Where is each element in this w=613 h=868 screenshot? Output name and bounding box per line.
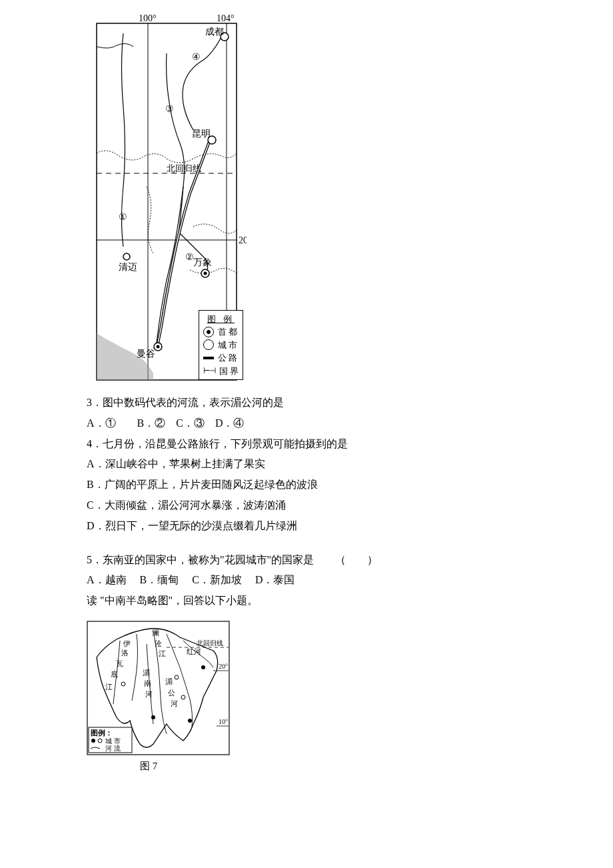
city-symbol-icon (203, 339, 214, 350)
legend-title: 图 例 (203, 313, 239, 326)
m2-lat20: 20° (219, 663, 228, 670)
question-5-options: A．越南 B．缅甸 C．新加坡 D．泰国 (87, 571, 573, 590)
q5-opt-a: A．越南 (87, 574, 127, 585)
q4-opt-b: B．广阔的平原上，片片麦田随风泛起绿色的波浪 (87, 475, 573, 495)
svg-point-16 (121, 682, 125, 686)
map2: 北回归线 20° 10° 伊 洛 瓦 底 江 澜 沧 (87, 621, 230, 755)
q3-opt-d: D．④ (215, 417, 245, 429)
map2-svg: 北回归线 20° 10° 伊 洛 瓦 底 江 澜 沧 (87, 621, 230, 755)
border-symbol-icon: ⊢⊣ (203, 365, 215, 377)
m2-red1: 红河 (187, 647, 201, 655)
road-symbol-icon (203, 357, 214, 359)
marker-1: ① (119, 212, 127, 222)
svg-point-17 (151, 715, 155, 719)
legend-road: 公 路 (218, 351, 237, 365)
question-4-text: 4．七月份，沿昆曼公路旅行，下列景观可能拍摄到的是 (87, 435, 573, 454)
m2-mk1: 湄 (165, 677, 173, 685)
city-kunming: 昆明 (192, 129, 211, 139)
map2-caption: 图 7 (140, 757, 573, 775)
m2-cp2: 南 (144, 679, 151, 687)
svg-point-24 (98, 739, 102, 743)
m2-irr4: 底 (111, 670, 118, 678)
marker-2: ② (185, 252, 194, 262)
legend-border: 国 界 (219, 365, 239, 378)
svg-point-7 (123, 253, 130, 260)
m2-cp1: 湄 (143, 669, 150, 677)
q4-opt-c: C．大雨倾盆，湄公河河水暴涨，波涛汹涌 (87, 496, 573, 515)
m2-irr5: 江 (105, 683, 113, 691)
lon-100: 100° (139, 13, 157, 23)
m2-legend-title: 图例： (91, 729, 113, 737)
legend-city: 城 市 (218, 339, 237, 352)
question-3-text: 3．图中数码代表的河流，表示湄公河的是 (87, 393, 573, 413)
m2-legend-river: 河 流 (105, 745, 121, 752)
svg-point-9 (204, 272, 207, 275)
question-3-options: A．① B．② C．③ D．④ (87, 414, 573, 433)
m2-lan3: 江 (159, 649, 166, 657)
q5-opt-d: D．泰国 (255, 574, 295, 585)
legend-capital: 首 都 (218, 325, 237, 339)
city-vientiane: 万象 (193, 257, 212, 267)
city-chiangmai: 清迈 (119, 262, 137, 272)
m2-irr3: 瓦 (116, 659, 123, 667)
m2-legend-city: 城 市 (105, 737, 121, 745)
map1-container: 100° 104° 北回归线 20° (87, 13, 573, 383)
q5-opt-c: C．新加坡 (192, 574, 242, 585)
m2-irr1: 伊 (123, 639, 131, 647)
m2-cp3: 河 (145, 690, 153, 698)
capital-symbol-icon (203, 327, 214, 337)
m2-lan1: 澜 (152, 629, 159, 637)
city-bangkok: 曼谷 (137, 349, 155, 359)
m2-lat10: 10° (219, 718, 228, 725)
m2-lan2: 沧 (155, 639, 162, 647)
svg-point-18 (181, 695, 185, 699)
lat-20: 20° (239, 235, 247, 245)
instruction-2: 读 "中南半岛略图"，回答以下小题。 (87, 591, 573, 611)
svg-point-23 (91, 739, 95, 743)
map1: 100° 104° 北回归线 20° (87, 13, 247, 383)
svg-point-11 (157, 345, 160, 349)
lon-104: 104° (217, 13, 235, 23)
marker-3: ③ (165, 104, 174, 114)
city-chengdu: 成都 (205, 27, 224, 37)
m2-mk3: 河 (171, 699, 178, 707)
svg-point-20 (201, 665, 205, 669)
map1-legend: 图 例 首 都 城 市 公 路 ⊢⊣国 界 (199, 310, 243, 381)
q5-opt-b: B．缅甸 (140, 574, 179, 585)
m2-mk2: 公 (168, 689, 175, 697)
q3-opt-a: A．① (87, 417, 116, 429)
q4-opt-d: D．烈日下，一望无际的沙漠点缀着几片绿洲 (87, 517, 573, 536)
map2-container: 北回归线 20° 10° 伊 洛 瓦 底 江 澜 沧 (87, 621, 573, 775)
q4-opt-a: A．深山峡谷中，苹果树上挂满了果实 (87, 455, 573, 474)
q3-opt-c: C．③ (176, 417, 205, 429)
question-5-text: 5．东南亚的国家中，被称为"花园城市"的国家是 （ ） (87, 551, 573, 570)
svg-point-19 (188, 719, 192, 723)
m2-irr2: 洛 (121, 649, 129, 657)
svg-point-21 (175, 675, 179, 679)
q3-opt-b: B．② (137, 417, 166, 429)
marker-4: ④ (192, 52, 201, 62)
